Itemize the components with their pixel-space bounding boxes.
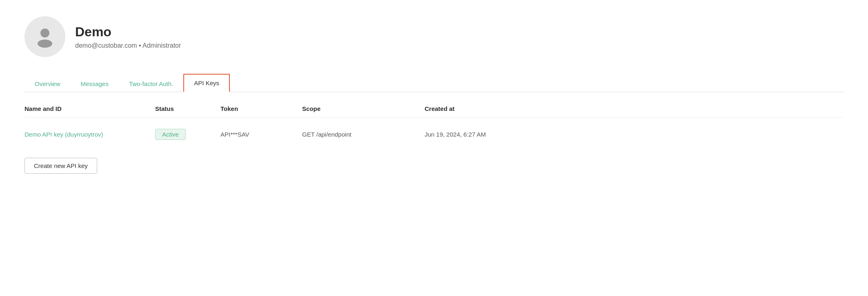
api-key-status-cell: Active xyxy=(155,129,220,140)
table-header: Name and ID Status Token Scope Created a… xyxy=(24,105,844,117)
svg-point-1 xyxy=(38,40,52,48)
api-keys-table: Name and ID Status Token Scope Created a… xyxy=(24,105,844,145)
profile-info: Demo demo@custobar.com • Administrator xyxy=(75,24,181,49)
header-token: Token xyxy=(220,105,302,112)
api-key-link[interactable]: Demo API key (duyrruoytrov) xyxy=(24,131,103,138)
create-api-key-button[interactable]: Create new API key xyxy=(24,158,97,174)
header-scope: Scope xyxy=(302,105,425,112)
profile-separator: • xyxy=(139,42,142,49)
profile-meta: demo@custobar.com • Administrator xyxy=(75,42,181,49)
table-row: Demo API key (duyrruoytrov) Active API**… xyxy=(24,124,844,145)
header-status: Status xyxy=(155,105,220,112)
profile-email: demo@custobar.com xyxy=(75,42,137,49)
tabs-section: Overview Messages Two-factor Auth. API K… xyxy=(24,73,844,92)
tabs-list: Overview Messages Two-factor Auth. API K… xyxy=(24,73,844,92)
profile-section: Demo demo@custobar.com • Administrator xyxy=(24,16,844,57)
tab-messages[interactable]: Messages xyxy=(71,75,119,92)
api-key-created-at-cell: Jun 19, 2024, 6:27 AM xyxy=(425,131,844,138)
header-name-id: Name and ID xyxy=(24,105,155,112)
api-key-scope-cell: GET /api/endpoint xyxy=(302,131,425,138)
svg-point-0 xyxy=(40,29,49,38)
profile-role: Administrator xyxy=(142,42,181,49)
status-badge: Active xyxy=(155,129,186,140)
profile-name: Demo xyxy=(75,24,181,40)
api-key-name-cell: Demo API key (duyrruoytrov) xyxy=(24,131,155,138)
avatar xyxy=(24,16,65,57)
tab-api-keys[interactable]: API Keys xyxy=(183,74,230,92)
user-icon xyxy=(34,26,56,48)
header-created-at: Created at xyxy=(425,105,844,112)
tab-two-factor-auth[interactable]: Two-factor Auth. xyxy=(119,75,183,92)
tab-overview[interactable]: Overview xyxy=(24,75,71,92)
api-key-token-cell: API***SAV xyxy=(220,131,302,138)
